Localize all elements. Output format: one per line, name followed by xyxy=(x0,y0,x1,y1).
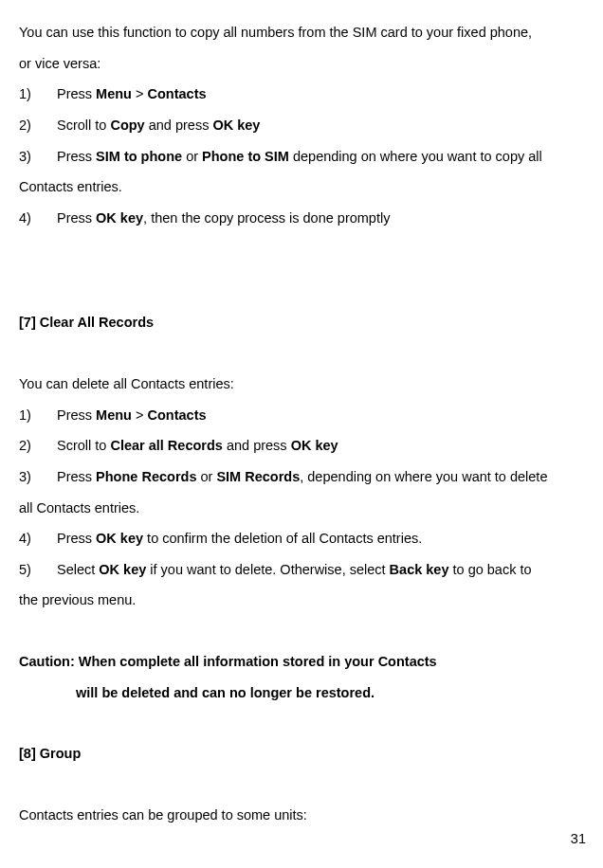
list-content: Scroll to Clear all Records and press OK… xyxy=(57,430,588,461)
text: > xyxy=(132,407,148,423)
list-number: 1) xyxy=(19,79,57,110)
text: to go back to xyxy=(453,562,532,577)
list-content: Press OK key, then the copy process is d… xyxy=(57,203,588,234)
list-continuation: Contacts entries. xyxy=(19,172,588,203)
bold-text: Back key xyxy=(390,562,453,577)
bold-text: Menu xyxy=(96,86,132,101)
text: Scroll to xyxy=(57,118,110,133)
bold-text: Contacts xyxy=(147,86,206,101)
list-number: 3) xyxy=(19,461,57,493)
bold-text: OK key xyxy=(212,118,260,133)
s7-list-item-4: 4) Press OK key to confirm the deletion … xyxy=(19,523,588,554)
list-content: Press Menu > Contacts xyxy=(57,79,588,110)
text: Press xyxy=(57,469,96,484)
text: Press xyxy=(57,210,96,226)
list-continuation: all Contacts entries. xyxy=(19,493,588,524)
section-8-heading: [8] Group xyxy=(19,738,588,769)
bold-text: Clear all Records xyxy=(110,438,222,453)
bold-text: OK key xyxy=(291,438,338,453)
bold-text: OK key xyxy=(96,531,143,546)
text: depending on where you want to copy all xyxy=(289,149,542,164)
text: or xyxy=(196,469,216,484)
list-number: 2) xyxy=(19,430,57,461)
text: Press xyxy=(57,531,96,546)
section-8-intro: Contacts entries can be grouped to some … xyxy=(19,800,588,831)
intro-line-2: or vice versa: xyxy=(19,48,588,80)
text: and press xyxy=(223,438,291,453)
list-content: Select OK key if you want to delete. Oth… xyxy=(57,554,588,586)
text: Select xyxy=(57,562,99,577)
s7-list-item-2: 2) Scroll to Clear all Records and press… xyxy=(19,430,588,461)
list-number: 1) xyxy=(19,400,57,431)
list-number: 3) xyxy=(19,141,57,172)
text: to confirm the deletion of all Contacts … xyxy=(143,531,422,546)
text: if you want to delete. Otherwise, select xyxy=(150,562,389,577)
list-content: Press SIM to phone or Phone to SIM depen… xyxy=(57,141,588,172)
intro-line-1: You can use this function to copy all nu… xyxy=(19,17,588,48)
list-number: 5) xyxy=(19,554,57,586)
list-content: Press Menu > Contacts xyxy=(57,400,588,431)
page-number: 31 xyxy=(571,823,586,855)
bold-text: Phone to SIM xyxy=(202,149,289,164)
list-item-1: 1) Press Menu > Contacts xyxy=(19,79,588,110)
bold-text: Menu xyxy=(96,407,132,423)
text: , depending on where you want to delete xyxy=(300,469,547,484)
list-number: 4) xyxy=(19,523,57,554)
text: and press xyxy=(149,118,213,133)
bold-text: OK key xyxy=(99,562,150,577)
list-content: Press Phone Records or SIM Records, depe… xyxy=(57,461,588,493)
caution-line-2: will be deleted and can no longer be res… xyxy=(19,678,588,709)
caution-line-1: Caution: When complete all information s… xyxy=(19,646,588,678)
bold-text: SIM Records xyxy=(216,469,300,484)
text: Press xyxy=(57,149,96,164)
s7-list-item-5: 5) Select OK key if you want to delete. … xyxy=(19,554,588,586)
list-item-2: 2) Scroll to Copy and press OK key xyxy=(19,110,588,141)
list-item-4: 4) Press OK key, then the copy process i… xyxy=(19,203,588,234)
list-item-3: 3) Press SIM to phone or Phone to SIM de… xyxy=(19,141,588,172)
caution-block: Caution: When complete all information s… xyxy=(19,646,588,708)
text: Scroll to xyxy=(57,438,110,453)
text: > xyxy=(132,86,148,101)
list-content: Scroll to Copy and press OK key xyxy=(57,110,588,141)
bold-text: Contacts xyxy=(147,407,206,423)
text: or xyxy=(182,149,202,164)
bold-text: SIM to phone xyxy=(96,149,182,164)
section-7-intro: You can delete all Contacts entries: xyxy=(19,369,588,400)
text: Press xyxy=(57,86,96,101)
list-content: Press OK key to confirm the deletion of … xyxy=(57,523,588,554)
list-number: 4) xyxy=(19,203,57,234)
bold-text: Copy xyxy=(110,118,148,133)
bold-text: Phone Records xyxy=(96,469,196,484)
text: Press xyxy=(57,407,96,423)
s7-list-item-1: 1) Press Menu > Contacts xyxy=(19,400,588,431)
section-7-heading: [7] Clear All Records xyxy=(19,307,588,338)
bold-text: OK key xyxy=(96,210,143,226)
list-continuation: the previous menu. xyxy=(19,585,588,616)
s7-list-item-3: 3) Press Phone Records or SIM Records, d… xyxy=(19,461,588,493)
text: , then the copy process is done promptly xyxy=(143,210,390,226)
list-number: 2) xyxy=(19,110,57,141)
